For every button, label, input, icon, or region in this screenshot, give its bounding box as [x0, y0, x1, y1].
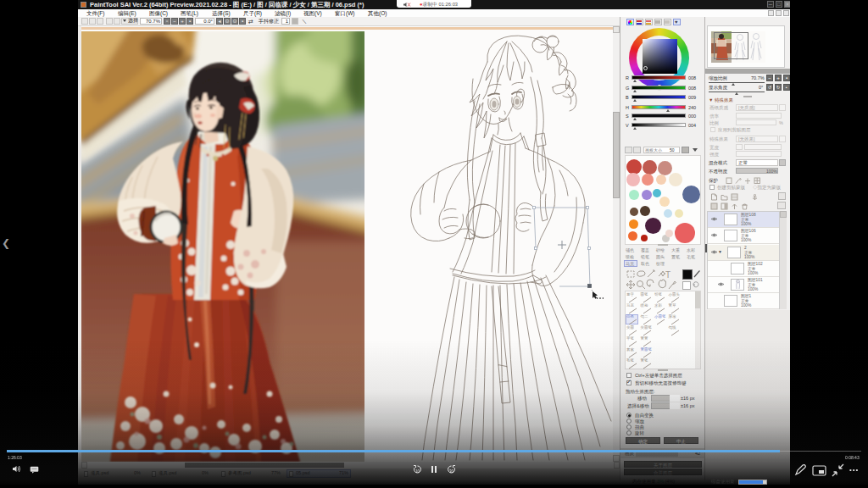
svg-text:T: T	[665, 270, 670, 280]
svg-text:30: 30	[449, 469, 454, 474]
svg-text:10: 10	[415, 469, 420, 474]
